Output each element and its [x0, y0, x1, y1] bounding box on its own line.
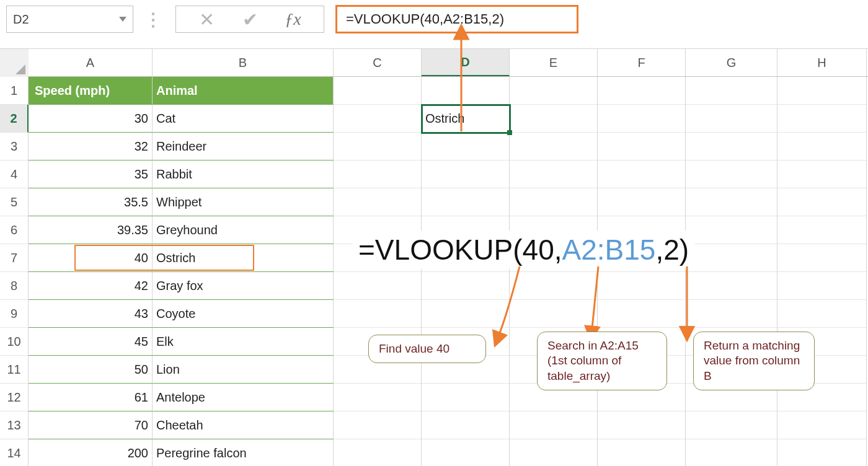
col-header-B[interactable]: B — [153, 49, 334, 76]
formula-input[interactable]: =VLOOKUP(40,A2:B15,2) — [335, 5, 578, 33]
col-header-H[interactable]: H — [777, 49, 867, 76]
cell[interactable] — [686, 300, 777, 328]
cell[interactable] — [334, 300, 422, 328]
cell[interactable] — [686, 244, 777, 272]
col-header-F[interactable]: F — [598, 49, 686, 76]
cell[interactable] — [598, 300, 686, 328]
cell[interactable] — [777, 216, 867, 244]
row-header[interactable]: 13 — [0, 411, 29, 439]
cell[interactable] — [598, 77, 686, 105]
cell[interactable]: 50 — [29, 356, 153, 384]
cell[interactable] — [777, 77, 867, 105]
cancel-icon[interactable]: ✕ — [195, 9, 219, 30]
cell[interactable]: Gray fox — [153, 272, 334, 300]
cell[interactable] — [510, 133, 598, 160]
cell[interactable]: 39.35 — [29, 216, 153, 244]
cell[interactable] — [598, 272, 686, 300]
name-box[interactable]: D2 — [6, 6, 133, 33]
cell[interactable] — [422, 272, 510, 300]
cell[interactable]: Peregrine falcon — [153, 439, 334, 466]
cell[interactable] — [334, 160, 422, 188]
cell[interactable] — [777, 272, 867, 300]
cell[interactable] — [510, 160, 598, 188]
col-header-C[interactable]: C — [334, 49, 422, 76]
cell[interactable] — [510, 411, 598, 439]
cell[interactable] — [334, 411, 422, 439]
row-header[interactable]: 6 — [0, 216, 29, 244]
cell-A2[interactable]: 30 — [29, 105, 153, 133]
cell-A7[interactable]: 40 — [29, 244, 153, 272]
cell[interactable] — [777, 105, 867, 133]
cell[interactable]: 70 — [29, 411, 153, 439]
chevron-down-icon[interactable] — [119, 17, 126, 22]
cell[interactable] — [510, 77, 598, 105]
cell[interactable] — [334, 133, 422, 160]
col-header-G[interactable]: G — [686, 49, 777, 76]
cell[interactable] — [422, 133, 510, 160]
cell[interactable]: 61 — [29, 384, 153, 411]
row-header[interactable]: 10 — [0, 328, 29, 356]
col-header-A[interactable]: A — [29, 49, 153, 76]
cell[interactable] — [777, 160, 867, 188]
cell[interactable] — [334, 439, 422, 466]
cell[interactable] — [777, 411, 867, 439]
cell[interactable] — [686, 188, 777, 216]
cell-B2[interactable]: Cat — [153, 105, 334, 133]
cell[interactable] — [422, 188, 510, 216]
row-header[interactable]: 9 — [0, 300, 29, 328]
cell[interactable]: 45 — [29, 328, 153, 356]
cell[interactable] — [686, 160, 777, 188]
cell[interactable] — [686, 272, 777, 300]
cell[interactable]: 42 — [29, 272, 153, 300]
cell[interactable] — [777, 300, 867, 328]
row-header[interactable]: 1 — [0, 77, 29, 105]
cell[interactable]: Coyote — [153, 300, 334, 328]
cell[interactable]: Lion — [153, 356, 334, 384]
row-header[interactable]: 14 — [0, 439, 29, 466]
cell[interactable] — [422, 300, 510, 328]
cell[interactable]: 200 — [29, 439, 153, 466]
row-header[interactable]: 3 — [0, 133, 29, 160]
cell-B1[interactable]: Animal — [153, 77, 334, 105]
cell-B7[interactable]: Ostrich — [153, 244, 334, 272]
cell[interactable] — [422, 439, 510, 466]
cell[interactable]: Cheetah — [153, 411, 334, 439]
cell[interactable] — [334, 105, 422, 133]
cell[interactable] — [510, 105, 598, 133]
cell[interactable] — [598, 439, 686, 466]
cell[interactable] — [777, 188, 867, 216]
enter-icon[interactable]: ✔ — [237, 9, 262, 30]
cell[interactable]: Antelope — [153, 384, 334, 411]
fx-icon[interactable]: ƒx — [281, 9, 306, 29]
cell-D2[interactable]: Ostrich — [422, 105, 510, 133]
cell[interactable] — [686, 77, 777, 105]
cell[interactable] — [422, 77, 510, 105]
row-header[interactable]: 4 — [0, 160, 29, 188]
cell[interactable]: 35.5 — [29, 188, 153, 216]
cell[interactable] — [686, 439, 777, 466]
cell[interactable] — [334, 272, 422, 300]
col-header-D[interactable]: D — [422, 49, 510, 76]
row-header[interactable]: 12 — [0, 384, 29, 411]
cell[interactable] — [686, 216, 777, 244]
cell[interactable] — [510, 272, 598, 300]
row-header[interactable]: 2 — [0, 105, 29, 133]
spreadsheet-grid[interactable]: 1 Speed (mph) Animal 2 30 Cat Ostrich 3 … — [0, 77, 868, 466]
cell[interactable]: Reindeer — [153, 133, 334, 160]
cell[interactable] — [777, 439, 867, 466]
cell[interactable]: 35 — [29, 160, 153, 188]
select-all-corner[interactable] — [0, 49, 29, 77]
col-header-E[interactable]: E — [510, 49, 598, 76]
cell[interactable] — [422, 411, 510, 439]
cell[interactable] — [598, 105, 686, 133]
cell[interactable] — [777, 244, 867, 272]
row-header[interactable]: 11 — [0, 356, 29, 384]
row-header[interactable]: 8 — [0, 272, 29, 300]
cell[interactable] — [686, 105, 777, 133]
cell[interactable] — [334, 77, 422, 105]
cell[interactable]: 43 — [29, 300, 153, 328]
cell[interactable] — [598, 160, 686, 188]
cell[interactable] — [598, 133, 686, 160]
cell[interactable] — [598, 188, 686, 216]
cell[interactable] — [598, 411, 686, 439]
